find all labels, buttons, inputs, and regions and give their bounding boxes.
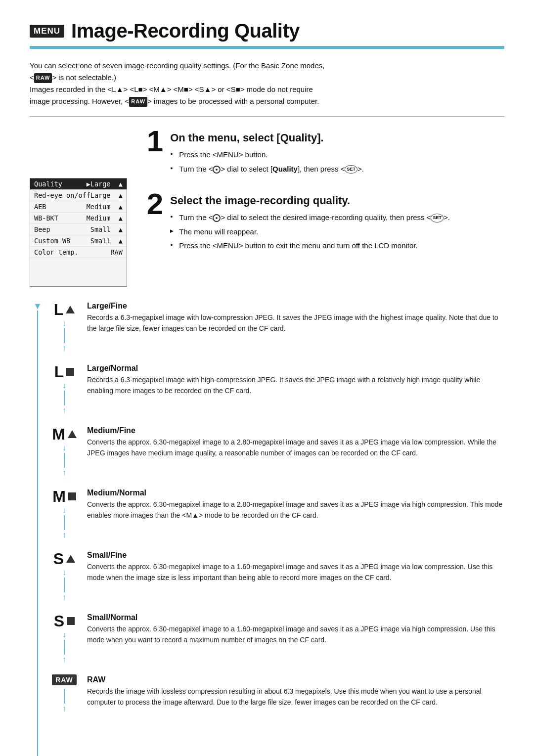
quality-symbol-medium-normal: M ↓ ↑ bbox=[49, 489, 79, 539]
quality-text-small-fine: Small/Fine Converts the approx. 6.30-meg… bbox=[87, 551, 504, 583]
quality-desc-small-normal: Converts the approx. 6.30-megapixel imag… bbox=[87, 624, 504, 645]
quality-arrows-col: ▼ ▲ bbox=[30, 302, 45, 756]
set-badge-2: SET bbox=[431, 214, 444, 222]
step-2-bullet-1: Turn the <> dial to select the desired i… bbox=[170, 212, 504, 223]
quality-item-small-normal: S ↓ ↑ Small/Normal Converts the approx. … bbox=[49, 613, 504, 664]
wedge-icon-lf bbox=[66, 306, 75, 313]
quality-text-raw: RAW Records the image with lossless comp… bbox=[87, 675, 504, 708]
quality-symbol-large-normal: L ↓ ↑ bbox=[49, 364, 79, 414]
quality-text-medium-fine: Medium/Fine Converts the approx. 6.30-me… bbox=[87, 426, 504, 458]
step-2-bullet-2: Press the <MENU> button to exit the menu… bbox=[170, 240, 504, 252]
quality-item-medium-normal: M ↓ ↑ Medium/Normal Converts the approx.… bbox=[49, 489, 504, 539]
quality-text-large-normal: Large/Normal Records a 6.3-megapixel ima… bbox=[87, 364, 504, 396]
quality-text-small-normal: Small/Normal Converts the approx. 6.30-m… bbox=[87, 613, 504, 645]
quality-symbol-medium-fine: M ↓ ↑ bbox=[49, 426, 79, 477]
quality-desc-medium-fine: Converts the approx. 6.30-megapixel imag… bbox=[87, 437, 504, 458]
quality-name-small-normal: Small/Normal bbox=[87, 613, 504, 622]
step-1-number: 1 bbox=[147, 127, 163, 156]
intro-line3: Images recorded in the <L▲> <L■> <M▲> <M… bbox=[30, 84, 504, 95]
intro-line2: <RAW> is not selectable.) bbox=[30, 72, 504, 84]
intro-line4: image processing. However, <RAW> images … bbox=[30, 95, 504, 107]
menu-row-quality: Quality ▶Large ▲ bbox=[30, 178, 127, 190]
wedge-icon-sf bbox=[66, 555, 75, 563]
quality-item-large-normal: L ↓ ↑ Large/Normal Records a 6.3-megapix… bbox=[49, 364, 504, 414]
wedge-icon-mf bbox=[68, 430, 77, 438]
menu-screenshot: Quality ▶Large ▲ Red-eye on/off Large ▲ … bbox=[30, 178, 127, 287]
step-2-block: 2 Select the image-recording quality. Tu… bbox=[147, 191, 504, 255]
step-2-number: 2 bbox=[147, 189, 163, 219]
quality-name-medium-normal: Medium/Normal bbox=[87, 489, 504, 497]
intro-text: You can select one of seven image-record… bbox=[30, 60, 504, 107]
step-1-block: 1 On the menu, select [Quality]. Press t… bbox=[147, 129, 504, 178]
dial-icon-2 bbox=[213, 214, 221, 222]
quality-name-small-fine: Small/Fine bbox=[87, 551, 504, 560]
step-1-content: On the menu, select [Quality]. Press the… bbox=[170, 129, 504, 178]
raw-badge-2: RAW bbox=[129, 97, 147, 107]
square-icon-ln bbox=[66, 368, 74, 376]
quality-text-medium-normal: Medium/Normal Converts the approx. 6.30-… bbox=[87, 489, 504, 521]
menu-row-beep: Beep Small ▲ bbox=[30, 224, 127, 235]
menu-badge: MENU bbox=[30, 25, 64, 38]
set-badge-1: SET bbox=[345, 165, 357, 174]
quality-item-medium-fine: M ↓ ↑ Medium/Fine Converts the approx. 6… bbox=[49, 426, 504, 477]
step-1-bullet-1: Press the <MENU> button. bbox=[170, 149, 504, 161]
menu-row-colortemp: Color temp. RAW bbox=[30, 247, 127, 258]
square-icon-sn bbox=[67, 617, 75, 625]
quality-symbol-large-fine: L ↓ ↑ bbox=[49, 302, 79, 352]
menu-row-redeye: Red-eye on/off Large ▲ bbox=[30, 190, 127, 201]
vertical-line bbox=[37, 311, 38, 756]
intro-line1: You can select one of seven image-record… bbox=[30, 60, 504, 72]
quality-item-small-fine: S ↓ ↑ Small/Fine Converts the approx. 6.… bbox=[49, 551, 504, 601]
quality-desc-large-fine: Records a 6.3-megapixel image with low-c… bbox=[87, 312, 504, 334]
page-title: Image-Recording Quality bbox=[71, 20, 300, 42]
raw-badge-1: RAW bbox=[34, 73, 52, 83]
step-1-bullets: Press the <MENU> button. Turn the <> dia… bbox=[170, 149, 504, 175]
step-1-bullet-2: Turn the <> dial to select [Quality], th… bbox=[170, 164, 504, 175]
step-2-arrow-1: The menu will reappear. bbox=[170, 226, 504, 238]
quality-desc-large-normal: Records a 6.3-megapixel image with high-… bbox=[87, 375, 504, 396]
quality-item-large-fine: L ↓ ↑ Large/Fine Records a 6.3-megapixel… bbox=[49, 302, 504, 352]
square-icon-mn bbox=[68, 492, 76, 500]
top-arrow-down: ▼ bbox=[33, 302, 42, 311]
left-column: Quality ▶Large ▲ Red-eye on/off Large ▲ … bbox=[30, 129, 127, 287]
quality-text-large-fine: Large/Fine Records a 6.3-megapixel image… bbox=[87, 302, 504, 334]
quality-symbol-small-normal: S ↓ ↑ bbox=[49, 613, 79, 664]
menu-row-customwb: Custom WB Small ▲ bbox=[30, 235, 127, 247]
menu-row-wbbkt: WB-BKT Medium ▲ bbox=[30, 213, 127, 224]
steps-right: 1 On the menu, select [Quality]. Press t… bbox=[147, 129, 504, 268]
quality-name-raw: RAW bbox=[87, 675, 504, 684]
steps-container: Quality ▶Large ▲ Red-eye on/off Large ▲ … bbox=[30, 129, 504, 287]
quality-name-medium-fine: Medium/Fine bbox=[87, 426, 504, 435]
quality-name-large-fine: Large/Fine bbox=[87, 302, 504, 311]
step-2-heading: Select the image-recording quality. bbox=[170, 194, 504, 207]
quality-item-raw: RAW ↑ RAW Records the image with lossles… bbox=[49, 675, 504, 712]
title-bar: MENU Image-Recording Quality bbox=[30, 20, 504, 49]
step-2-bullets: Turn the <> dial to select the desired i… bbox=[170, 212, 504, 252]
section-divider bbox=[30, 116, 504, 117]
quality-section: ▼ ▲ L ↓ ↑ Large/Fine Records a 6.3-megap… bbox=[30, 302, 504, 756]
quality-items-container: L ↓ ↑ Large/Fine Records a 6.3-megapixel… bbox=[49, 302, 504, 756]
quality-desc-small-fine: Converts the approx. 6.30-megapixel imag… bbox=[87, 562, 504, 583]
raw-badge-symbol: RAW bbox=[52, 674, 77, 685]
menu-row-aeb: AEB Medium ▲ bbox=[30, 201, 127, 213]
quality-symbol-raw: RAW ↑ bbox=[49, 675, 79, 712]
quality-symbol-small-fine: S ↓ ↑ bbox=[49, 551, 79, 601]
quality-name-large-normal: Large/Normal bbox=[87, 364, 504, 373]
step-1-heading: On the menu, select [Quality]. bbox=[170, 132, 504, 144]
step-2-content: Select the image-recording quality. Turn… bbox=[170, 191, 504, 255]
dial-icon-1 bbox=[213, 166, 221, 174]
quality-desc-raw: Records the image with lossless compress… bbox=[87, 686, 504, 708]
quality-desc-medium-normal: Converts the approx. 6.30-megapixel imag… bbox=[87, 499, 504, 521]
